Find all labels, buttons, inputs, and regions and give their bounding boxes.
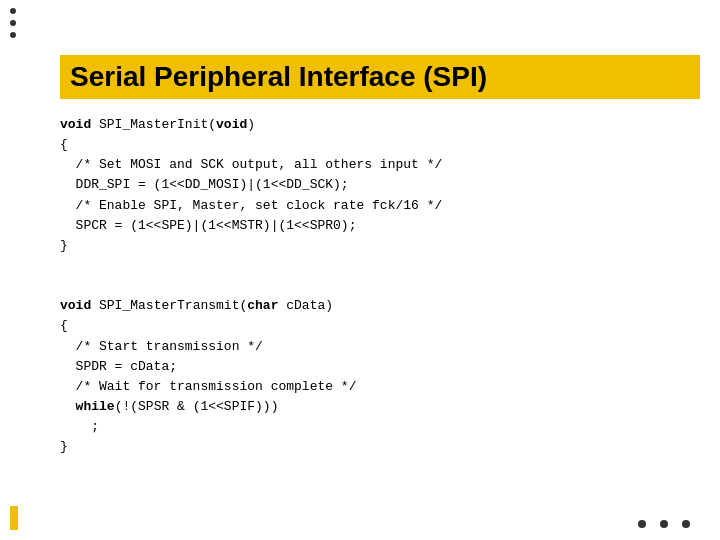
code-line-9: {	[60, 316, 700, 336]
bullet-dot-1	[10, 8, 16, 14]
keyword-void-param: void	[216, 117, 247, 132]
code-line-5: /* Enable SPI, Master, set clock rate fc…	[60, 196, 700, 216]
keyword-while: while	[76, 399, 115, 414]
keyword-void-1: void	[60, 117, 91, 132]
keyword-void-2: void	[60, 298, 91, 313]
code-line-8: void SPI_MasterTransmit(char cData)	[60, 296, 700, 316]
bullet-dot-2	[10, 20, 16, 26]
nav-dot-2[interactable]	[660, 520, 668, 528]
bullets-top	[10, 8, 16, 38]
code-line-3: /* Set MOSI and SCK output, all others i…	[60, 155, 700, 175]
code-line-15: }	[60, 437, 700, 457]
code-line-14: ;	[60, 417, 700, 437]
code-line-10: /* Start transmission */	[60, 337, 700, 357]
code-line-6: SPCR = (1<<SPE)|(1<<MSTR)|(1<<SPR0);	[60, 216, 700, 236]
bottom-nav-dots	[638, 520, 690, 528]
code-area: void SPI_MasterInit(void) { /* Set MOSI …	[60, 115, 700, 500]
code-line-12: /* Wait for transmission complete */	[60, 377, 700, 397]
code-line-blank2	[60, 276, 700, 296]
left-indicator	[10, 506, 18, 530]
slide-container: Serial Peripheral Interface (SPI) void S…	[0, 0, 720, 540]
code-line-2: {	[60, 135, 700, 155]
code-line-13: while(!(SPSR & (1<<SPIF)))	[60, 397, 700, 417]
code-line-11: SPDR = cData;	[60, 357, 700, 377]
nav-dot-1[interactable]	[638, 520, 646, 528]
slide-title-bar: Serial Peripheral Interface (SPI)	[60, 55, 700, 99]
slide-title: Serial Peripheral Interface (SPI)	[70, 61, 487, 92]
code-line-4: DDR_SPI = (1<<DD_MOSI)|(1<<DD_SCK);	[60, 175, 700, 195]
code-line-blank1	[60, 256, 700, 276]
param-type-char: char	[247, 298, 278, 313]
code-line-7: }	[60, 236, 700, 256]
bullet-dot-3	[10, 32, 16, 38]
nav-dot-3[interactable]	[682, 520, 690, 528]
code-line-1: void SPI_MasterInit(void)	[60, 115, 700, 135]
